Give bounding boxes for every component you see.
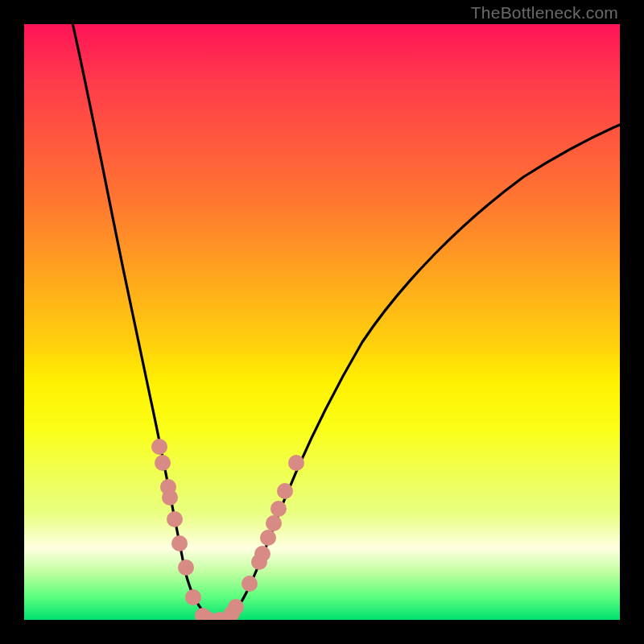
svg-point-13 (242, 576, 258, 592)
plot-area (24, 24, 620, 620)
svg-point-20 (288, 455, 304, 471)
curve-left (71, 24, 216, 620)
series-layer (24, 24, 620, 620)
svg-point-7 (185, 589, 201, 605)
svg-point-6 (178, 559, 194, 576)
curve-right (224, 124, 620, 620)
svg-point-1 (155, 455, 171, 471)
chart-frame: TheBottleneck.com (0, 0, 644, 644)
svg-point-5 (171, 535, 188, 551)
marker-cluster (151, 439, 304, 620)
svg-point-18 (270, 501, 287, 517)
svg-point-19 (277, 483, 293, 499)
svg-point-16 (260, 530, 276, 546)
svg-point-0 (151, 439, 167, 455)
svg-point-15 (254, 546, 270, 562)
svg-point-3 (162, 489, 178, 506)
svg-point-4 (167, 511, 183, 527)
svg-point-12 (228, 599, 244, 615)
watermark-text: TheBottleneck.com (471, 3, 618, 23)
svg-point-17 (266, 515, 282, 531)
